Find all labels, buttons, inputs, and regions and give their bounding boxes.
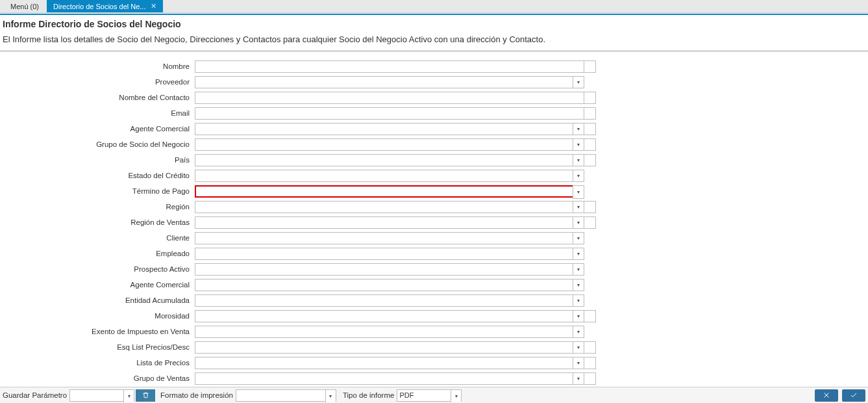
form-viewport[interactable]: Nombre Proveedor ▾ Nombre del Contacto E… [0, 55, 868, 387]
select-agente-comercial2[interactable]: ▾ [195, 279, 584, 291]
label-pais: País [0, 156, 195, 164]
chevron-down-icon[interactable]: ▾ [573, 76, 584, 88]
chevron-down-icon[interactable]: ▾ [573, 279, 584, 291]
chevron-down-icon[interactable]: ▾ [573, 123, 584, 135]
lookup-icon[interactable] [584, 138, 596, 151]
select-pais[interactable]: ▾ [195, 154, 584, 166]
cancel-button[interactable] [815, 389, 838, 402]
page-description: El Informe lista los detalles de Socio d… [0, 32, 868, 51]
chevron-down-icon[interactable]: ▾ [325, 390, 336, 402]
label-grupo-ventas: Grupo de Ventas [0, 374, 195, 382]
close-icon[interactable]: ✕ [151, 2, 156, 10]
tab-menu-label: Menú (0) [10, 3, 39, 10]
tab-directorio[interactable]: Directorio de Socios del Ne... ✕ [47, 0, 163, 12]
label-proveedor: Proveedor [0, 78, 195, 86]
tab-bar: Menú (0) Directorio de Socios del Ne... … [0, 0, 868, 13]
page-title: Informe Directorio de Socios del Negocio [0, 15, 868, 32]
label-termino-pago: Término de Pago [0, 187, 195, 195]
select-morosidad[interactable]: ▾ [195, 310, 584, 322]
select-empleado[interactable]: ▾ [195, 248, 584, 260]
label-formato-impresion: Formato de impresión [160, 391, 233, 399]
chevron-down-icon[interactable]: ▾ [573, 170, 584, 182]
select-grupo-ventas[interactable]: ▾ [195, 372, 584, 385]
lookup-icon[interactable] [584, 201, 596, 213]
select-formato-impresion[interactable]: ▾ [236, 389, 336, 402]
label-agente-comercial: Agente Comercial [0, 125, 195, 133]
chevron-down-icon[interactable]: ▾ [573, 201, 584, 213]
select-estado-credito[interactable]: ▾ [195, 170, 584, 182]
chevron-down-icon[interactable]: ▾ [123, 390, 134, 402]
tab-menu[interactable]: Menú (0) [4, 0, 45, 12]
select-region-ventas[interactable]: ▾ [195, 216, 584, 229]
input-email[interactable] [195, 107, 584, 120]
input-nombre-contacto[interactable] [195, 92, 584, 104]
chevron-down-icon[interactable]: ▾ [573, 154, 584, 166]
label-exento-impuesto: Exento de Impuesto en Venta [0, 328, 195, 335]
lookup-icon[interactable] [584, 341, 596, 354]
delete-button[interactable] [136, 389, 155, 402]
input-nombre[interactable] [195, 60, 584, 73]
select-entidad-acumulada[interactable]: ▾ [195, 294, 584, 307]
select-proveedor[interactable]: ▾ [195, 76, 584, 88]
chevron-down-icon[interactable]: ▾ [573, 263, 584, 276]
chevron-down-icon[interactable]: ▾ [573, 185, 584, 199]
lookup-icon[interactable] [584, 216, 596, 229]
lookup-icon[interactable] [584, 123, 596, 135]
chevron-down-icon[interactable]: ▾ [573, 138, 584, 151]
label-region-ventas: Región de Ventas [0, 218, 195, 226]
label-nombre: Nombre [0, 62, 195, 70]
label-tipo-informe: Tipo de informe [343, 391, 394, 399]
tipo-informe-value: PDF [399, 391, 414, 399]
select-grupo-socio[interactable]: ▾ [195, 138, 584, 151]
label-guardar-parametro: Guardar Parámetro [3, 391, 67, 399]
chevron-down-icon[interactable]: ▾ [573, 216, 584, 229]
chevron-down-icon[interactable]: ▾ [573, 341, 584, 354]
label-entidad-acumulada: Entidad Acumulada [0, 296, 195, 304]
label-agente-comercial2: Agente Comercial [0, 281, 195, 289]
x-icon [822, 391, 831, 399]
label-region: Región [0, 203, 195, 211]
select-tipo-informe[interactable]: PDF ▾ [397, 389, 462, 402]
select-guardar-parametro[interactable]: ▾ [69, 389, 134, 402]
chevron-down-icon[interactable]: ▾ [573, 232, 584, 244]
label-email: Email [0, 109, 195, 117]
chevron-down-icon[interactable]: ▾ [573, 294, 584, 307]
select-prospecto[interactable]: ▾ [195, 263, 584, 276]
label-estado-credito: Estado del Crédito [0, 172, 195, 179]
chevron-down-icon[interactable]: ▾ [573, 326, 584, 338]
confirm-button[interactable] [842, 389, 865, 402]
lookup-icon[interactable] [584, 60, 596, 73]
lookup-icon[interactable] [584, 107, 596, 120]
label-lista-precios: Lista de Precios [0, 359, 195, 367]
label-cliente: Cliente [0, 234, 195, 242]
lookup-icon[interactable] [584, 310, 596, 322]
chevron-down-icon[interactable]: ▾ [451, 390, 461, 402]
select-lista-precios[interactable]: ▾ [195, 357, 584, 369]
trash-icon [142, 391, 149, 399]
label-prospecto: Prospecto Activo [0, 265, 195, 273]
select-termino-pago[interactable]: ▾ [195, 185, 584, 198]
chevron-down-icon[interactable]: ▾ [573, 357, 584, 369]
lookup-icon[interactable] [584, 357, 596, 369]
chevron-down-icon[interactable]: ▾ [573, 310, 584, 322]
form-body: Nombre Proveedor ▾ Nombre del Contacto E… [0, 55, 868, 387]
select-cliente[interactable]: ▾ [195, 232, 584, 244]
label-grupo-socio: Grupo de Socio del Negocio [0, 140, 195, 148]
select-agente-comercial[interactable]: ▾ [195, 123, 584, 135]
select-exento-impuesto[interactable]: ▾ [195, 326, 584, 338]
label-empleado: Empleado [0, 250, 195, 257]
lookup-icon[interactable] [584, 154, 596, 166]
label-morosidad: Morosidad [0, 312, 195, 320]
select-esq-list[interactable]: ▾ [195, 341, 584, 354]
footer-bar: Guardar Parámetro ▾ Formato de impresión… [0, 387, 868, 403]
select-region[interactable]: ▾ [195, 201, 584, 213]
chevron-down-icon[interactable]: ▾ [573, 372, 584, 385]
tab-directorio-label: Directorio de Socios del Ne... [53, 3, 145, 10]
check-icon [849, 391, 858, 399]
label-nombre-contacto: Nombre del Contacto [0, 94, 195, 101]
lookup-icon[interactable] [584, 372, 596, 385]
label-esq-list: Esq List Precios/Desc [0, 343, 195, 351]
chevron-down-icon[interactable]: ▾ [573, 248, 584, 260]
lookup-icon[interactable] [584, 92, 596, 104]
